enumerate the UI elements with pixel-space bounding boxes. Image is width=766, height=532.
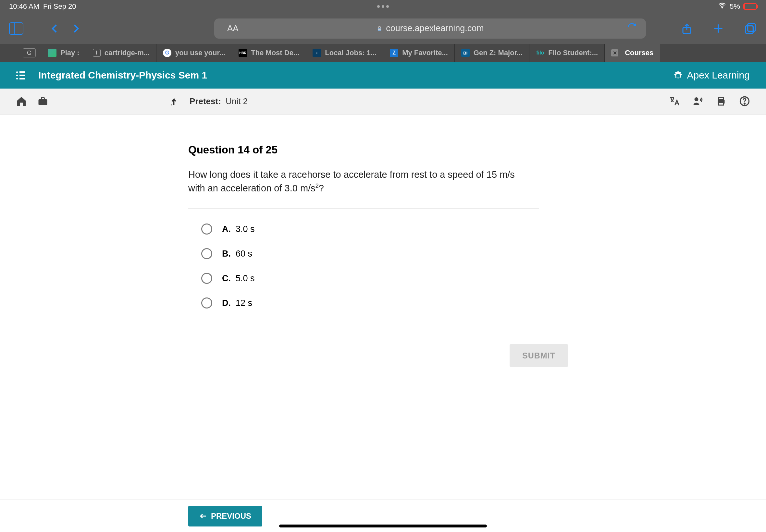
- back-button[interactable]: [49, 21, 60, 36]
- apex-logo-icon: [672, 69, 684, 81]
- status-date: Fri Sep 20: [43, 2, 76, 11]
- tab-genz[interactable]: BIGen Z: Major...: [455, 44, 530, 62]
- reload-button[interactable]: [627, 22, 637, 34]
- bottom-bar: PREVIOUS: [0, 500, 766, 532]
- multitasking-dots[interactable]: [377, 5, 389, 8]
- help-button[interactable]: [739, 95, 750, 107]
- radio-a[interactable]: [201, 224, 212, 235]
- radio-b[interactable]: [201, 248, 212, 259]
- option-b[interactable]: B. 60 s: [201, 248, 766, 259]
- svg-rect-4: [746, 26, 753, 33]
- wifi-icon: [718, 1, 726, 12]
- option-d[interactable]: D. 12 s: [201, 297, 766, 308]
- question-counter: Question 14 of 25: [188, 144, 766, 156]
- tab-favorite[interactable]: ZMy Favorite...: [383, 44, 455, 62]
- svg-rect-6: [39, 99, 47, 105]
- question-area: Question 14 of 25 How long does it take …: [0, 115, 766, 367]
- up-level-button[interactable]: [169, 96, 180, 107]
- svg-point-7: [695, 97, 699, 101]
- svg-rect-10: [719, 103, 724, 105]
- submit-button[interactable]: SUBMIT: [510, 344, 568, 367]
- answer-options: A. 3.0 s B. 60 s C. 5.0 s D. 12 s: [188, 224, 766, 308]
- safari-toolbar: AA course.apexlearning.com: [0, 13, 766, 44]
- status-time: 10:46 AM: [9, 2, 39, 11]
- svg-point-0: [722, 7, 723, 8]
- svg-point-12: [744, 103, 745, 104]
- apex-logo[interactable]: Apex Learning: [672, 69, 750, 81]
- close-tab-icon[interactable]: ✕: [611, 49, 618, 56]
- radio-c[interactable]: [201, 273, 212, 284]
- breadcrumb: Pretest: Unit 2: [189, 96, 248, 106]
- tab-group-indicator[interactable]: G: [23, 48, 36, 57]
- tabs-button[interactable]: [744, 22, 757, 35]
- tab-strip: G Play : Icartridge-m... Gyou use your..…: [0, 44, 766, 62]
- svg-rect-3: [748, 24, 755, 31]
- text-size-button[interactable]: AA: [227, 23, 238, 33]
- tab-you-use[interactable]: Gyou use your...: [156, 44, 232, 62]
- tab-filo[interactable]: filoFilo Student:...: [529, 44, 605, 62]
- sub-toolbar: Pretest: Unit 2: [0, 89, 766, 115]
- translate-button[interactable]: [669, 95, 680, 107]
- ipad-status-bar: 10:46 AM Fri Sep 20 5%: [0, 0, 766, 13]
- svg-rect-1: [378, 28, 381, 30]
- url-text: course.apexlearning.com: [386, 23, 484, 33]
- forward-button: [70, 21, 81, 36]
- divider: [188, 208, 539, 209]
- sidebar-toggle-button[interactable]: [9, 22, 23, 35]
- home-button[interactable]: [16, 95, 27, 107]
- previous-button[interactable]: PREVIOUS: [188, 506, 262, 526]
- apex-header: Integrated Chemistry-Physics Sem 1 Apex …: [0, 62, 766, 89]
- tab-courses[interactable]: ✕Courses: [605, 44, 660, 62]
- radio-d[interactable]: [201, 297, 212, 308]
- battery-percent: 5%: [730, 2, 740, 11]
- question-text: How long does it take a racehorse to acc…: [188, 168, 532, 195]
- tab-most-de[interactable]: HBRThe Most De...: [232, 44, 306, 62]
- menu-button[interactable]: [16, 71, 25, 79]
- tab-local-jobs[interactable]: •Local Jobs: 1...: [306, 44, 383, 62]
- course-title: Integrated Chemistry-Physics Sem 1: [38, 70, 207, 81]
- option-c[interactable]: C. 5.0 s: [201, 273, 766, 284]
- home-indicator[interactable]: [279, 525, 487, 527]
- lock-icon: [376, 25, 383, 32]
- url-bar[interactable]: AA course.apexlearning.com: [214, 18, 646, 39]
- new-tab-button[interactable]: [712, 22, 724, 35]
- briefcase-button[interactable]: [37, 95, 49, 107]
- print-button[interactable]: [715, 95, 727, 107]
- svg-point-5: [676, 74, 680, 78]
- read-aloud-button[interactable]: [692, 95, 704, 107]
- battery-icon: [743, 3, 757, 10]
- arrow-left-icon: [199, 512, 207, 520]
- share-button[interactable]: [681, 21, 693, 36]
- tab-play[interactable]: Play :: [42, 44, 86, 62]
- option-a[interactable]: A. 3.0 s: [201, 224, 766, 235]
- tab-cartridge[interactable]: Icartridge-m...: [86, 44, 156, 62]
- svg-rect-9: [719, 97, 724, 100]
